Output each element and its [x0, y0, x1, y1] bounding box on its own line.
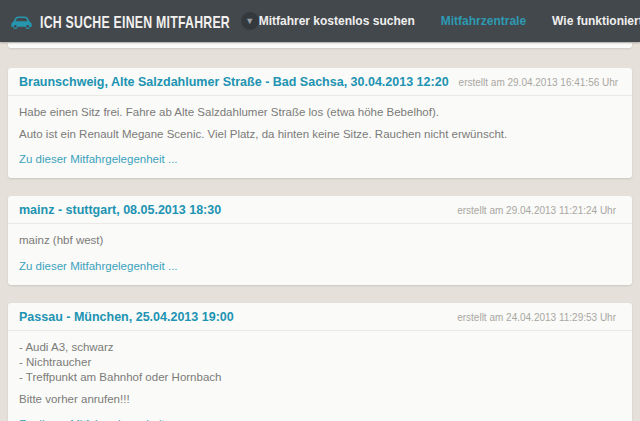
brand-logo[interactable]: Ich suche einen Mitfahrer ▼ [10, 12, 259, 30]
listing-created-timestamp: erstellt am 29.04.2013 16:41:56 Uhr [459, 77, 619, 88]
listing-paragraph: Habe einen Sitz frei. Fahre ab Alte Salz… [19, 105, 620, 120]
nav-item-wie-funktionierts[interactable]: Wie funktionierts [552, 14, 640, 28]
chevron-down-icon: ▼ [245, 17, 254, 26]
brand-title: Ich suche einen Mitfahrer [40, 11, 230, 30]
ride-listing-card: Braunschweig, Alte Salzdahlumer Straße -… [8, 68, 632, 178]
car-icon [10, 14, 33, 29]
listing-paragraph: Bitte vorher anrufen!!! [19, 392, 620, 407]
listing-paragraph: - Audi A3, schwarz - Nichtraucher - Tref… [19, 340, 620, 386]
listing-card-header: mainz - stuttgart, 08.05.2013 18:30 erst… [8, 196, 632, 224]
ride-listing-card: Passau - München, 25.04.2013 19:00 erste… [8, 303, 632, 421]
listing-paragraph: Auto ist ein Renault Megane Scenic. Viel… [19, 127, 620, 142]
listing-description: Habe einen Sitz frei. Fahre ab Alte Salz… [8, 96, 632, 178]
listing-details-link[interactable]: Zu dieser Mitfahrgelegenheit ... [19, 260, 178, 272]
ride-listing-card: mainz - stuttgart, 08.05.2013 18:30 erst… [8, 196, 632, 284]
listing-card-header: Passau - München, 25.04.2013 19:00 erste… [8, 303, 632, 331]
listing-title-link[interactable]: Passau - München, 25.04.2013 19:00 [19, 310, 234, 324]
listing-title-link[interactable]: mainz - stuttgart, 08.05.2013 18:30 [19, 203, 221, 217]
top-navigation-bar: Ich suche einen Mitfahrer ▼ Mitfahrer ko… [0, 0, 640, 42]
listing-card-header: Braunschweig, Alte Salzdahlumer Straße -… [8, 68, 632, 96]
brand-dropdown-toggle[interactable]: ▼ [241, 12, 259, 30]
listing-details-link[interactable]: Zu dieser Mitfahrgelegenheit ... [19, 153, 178, 165]
listing-description: - Audi A3, schwarz - Nichtraucher - Tref… [8, 331, 632, 421]
primary-nav: Mitfahrer kostenlos suchen Mitfahrzentra… [259, 6, 640, 36]
listings-area: Braunschweig, Alte Salzdahlumer Straße -… [0, 42, 640, 421]
listing-description: mainz (hbf west)Zu dieser Mitfahrgelegen… [8, 224, 632, 284]
nav-item-mitfahrer-suchen[interactable]: Mitfahrer kostenlos suchen [259, 14, 415, 28]
listing-paragraph: mainz (hbf west) [19, 233, 620, 248]
partial-scrolled-card [8, 43, 632, 48]
nav-item-mitfahrzentrale[interactable]: Mitfahrzentrale [441, 14, 526, 28]
listing-created-timestamp: erstellt am 29.04.2013 11:21:24 Uhr [457, 205, 616, 216]
listing-cards-container: Braunschweig, Alte Salzdahlumer Straße -… [8, 68, 632, 421]
listing-created-timestamp: erstellt am 24.04.2013 11:29:53 Uhr [457, 312, 616, 323]
listing-title-link[interactable]: Braunschweig, Alte Salzdahlumer Straße -… [19, 75, 449, 89]
